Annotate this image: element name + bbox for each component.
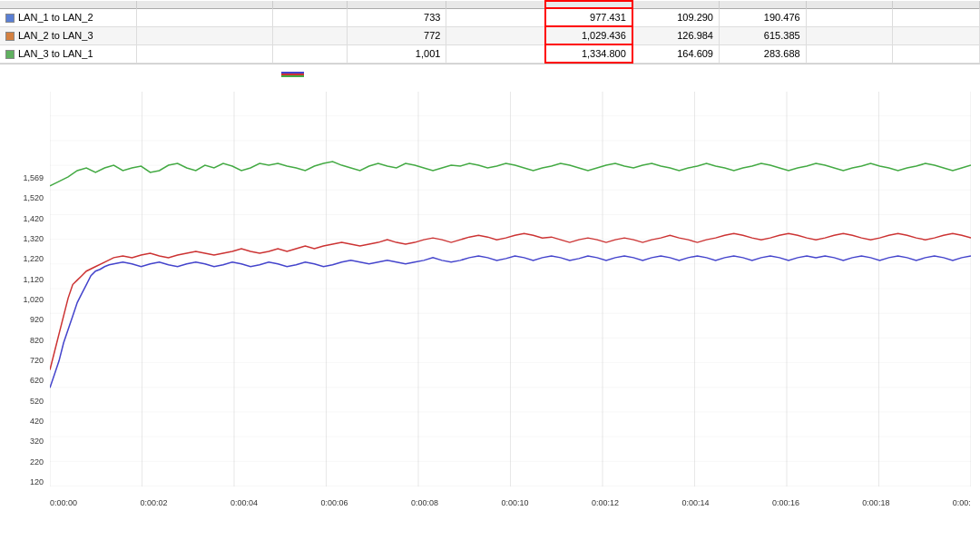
cell-group-2: LAN_3 to LAN_1 xyxy=(0,44,136,63)
cell-maximum-0: 190.476 xyxy=(719,8,806,26)
col-minimum xyxy=(632,1,720,8)
table-row: LAN_2 to LAN_3 772 1,029.436 126.984 615… xyxy=(0,26,980,44)
col-confidence xyxy=(446,1,545,8)
y-label: 1,320 xyxy=(23,234,44,243)
chart-svg xyxy=(50,92,971,486)
table-row: LAN_3 to LAN_1 1,001 1,334.800 164.609 2… xyxy=(0,44,980,63)
col-measured-time xyxy=(806,1,893,8)
group-icon-1 xyxy=(5,32,15,41)
cell-timing-1: 772 xyxy=(348,26,446,44)
y-label: 320 xyxy=(30,437,44,446)
cell-group-1: LAN_2 to LAN_3 xyxy=(0,26,136,44)
y-label: 220 xyxy=(30,457,44,467)
cell-precision-0 xyxy=(893,8,980,26)
cell-average-0: 977.431 xyxy=(545,8,632,26)
cell-maximum-2: 283.688 xyxy=(719,44,806,63)
x-label: 0:00: xyxy=(953,498,971,507)
y-label: 1,020 xyxy=(23,295,44,304)
y-label: 1,420 xyxy=(23,214,44,223)
cell-pair-group-0 xyxy=(136,8,272,26)
legend-item-lan3-lan1 xyxy=(281,75,309,77)
cell-measured-0 xyxy=(806,8,893,26)
col-relative-precision xyxy=(893,1,980,8)
cell-pair-group-1 xyxy=(136,26,272,44)
y-label: 520 xyxy=(30,397,44,406)
cell-confidence-1 xyxy=(446,26,545,44)
col-maximum xyxy=(719,1,806,8)
y-label: 1,569 xyxy=(23,173,44,182)
y-label: 720 xyxy=(30,356,44,365)
y-axis-labels: 1,5691,5201,4201,3201,2201,1201,02092082… xyxy=(0,173,47,486)
col-average xyxy=(545,1,632,8)
col-run-status xyxy=(273,1,348,8)
x-label: 0:00:00 xyxy=(50,498,77,507)
x-label: 0:00:02 xyxy=(140,498,167,507)
cell-measured-1 xyxy=(806,26,893,44)
x-label: 0:00:10 xyxy=(501,498,528,507)
cell-precision-2 xyxy=(893,44,980,63)
x-label: 0:00:16 xyxy=(772,498,799,507)
cell-minimum-0: 109.290 xyxy=(632,8,720,26)
y-label: 120 xyxy=(30,477,44,486)
chart-legend xyxy=(281,72,309,77)
col-timing-records xyxy=(348,1,446,8)
x-label: 0:00:08 xyxy=(411,498,438,507)
throughput-chart: 1,5691,5201,4201,3201,2201,1201,02092082… xyxy=(0,64,980,514)
cell-timing-0: 733 xyxy=(348,8,446,26)
cell-confidence-2 xyxy=(446,44,545,63)
cell-timing-2: 1,001 xyxy=(348,44,446,63)
cell-run-status-0 xyxy=(273,8,348,26)
y-label: 820 xyxy=(30,336,44,345)
group-icon-0 xyxy=(5,14,15,23)
cell-maximum-1: 615.385 xyxy=(719,26,806,44)
x-axis-labels: 0:00:000:00:020:00:040:00:060:00:080:00:… xyxy=(50,491,971,514)
y-label: 420 xyxy=(30,417,44,426)
cell-measured-2 xyxy=(806,44,893,63)
y-label: 1,520 xyxy=(23,193,44,202)
col-pair-group-name xyxy=(136,1,272,8)
x-label: 0:00:04 xyxy=(230,498,258,507)
y-label: 1,120 xyxy=(23,275,44,284)
y-label: 920 xyxy=(30,315,44,324)
cell-run-status-1 xyxy=(273,26,348,44)
x-label: 0:00:06 xyxy=(320,498,348,507)
cell-run-status-2 xyxy=(273,44,348,63)
y-label: 620 xyxy=(30,376,44,385)
cell-average-1: 1,029.436 xyxy=(545,26,632,44)
col-group xyxy=(0,1,136,8)
x-label: 0:00:12 xyxy=(592,498,619,507)
group-icon-2 xyxy=(5,50,15,59)
cell-group-0: LAN_1 to LAN_2 xyxy=(0,8,136,26)
y-label: 1,220 xyxy=(23,254,44,263)
cell-pair-group-2 xyxy=(136,44,272,63)
results-table: LAN_1 to LAN_2 733 977.431 109.290 190.4… xyxy=(0,0,980,64)
x-label: 0:00:18 xyxy=(862,498,889,507)
x-label: 0:00:14 xyxy=(681,498,709,507)
cell-confidence-0 xyxy=(446,8,545,26)
legend-line-green xyxy=(281,75,304,77)
table-row: LAN_1 to LAN_2 733 977.431 109.290 190.4… xyxy=(0,8,980,26)
cell-average-2: 1,334.800 xyxy=(545,44,632,63)
cell-minimum-1: 126.984 xyxy=(632,26,720,44)
cell-precision-1 xyxy=(893,26,980,44)
cell-minimum-2: 164.609 xyxy=(632,44,720,63)
